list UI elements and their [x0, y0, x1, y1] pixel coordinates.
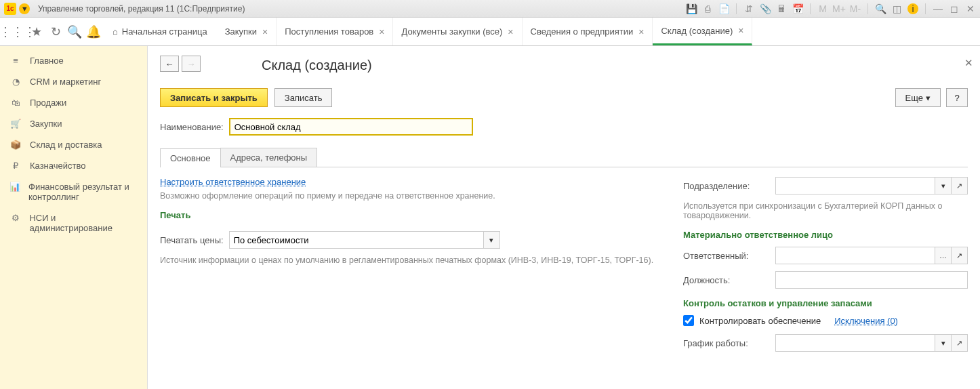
sidebar-item-purchases[interactable]: 🛒Закупки [0, 113, 147, 134]
storage-hint: Возможно оформление операций по приему и… [160, 191, 671, 201]
sidebar-label: НСИ и администрирование [29, 213, 138, 233]
sidebar: ≡Главное ◔CRM и маркетинг 🛍Продажи 🛒Заку… [0, 46, 148, 389]
save-button[interactable]: Записать [274, 88, 333, 107]
tab-receipts[interactable]: Поступления товаров × [277, 18, 393, 45]
history-icon[interactable]: ↻ [46, 22, 65, 41]
exceptions-link[interactable]: Исключения (0) [834, 316, 898, 326]
tab-label: Сведения о предприятии [531, 26, 634, 37]
chevron-down-icon: ▾ [926, 93, 931, 103]
memo-m-icon[interactable]: M [817, 3, 828, 14]
sidebar-item-warehouse[interactable]: 📦Склад и доставка [0, 134, 147, 155]
zoom-icon[interactable]: 🔍 [875, 3, 886, 14]
window-title: Управление торговлей, редакция 11 (1С:Пр… [38, 4, 245, 14]
close-page-icon[interactable]: ✕ [964, 57, 973, 69]
calendar-icon[interactable]: 📅 [792, 3, 803, 14]
close-icon[interactable]: × [508, 26, 513, 37]
save-icon[interactable]: 💾 [686, 3, 697, 14]
box-icon: 📦 [9, 140, 22, 150]
print-hint: Источник информации о ценах по умолчанию… [160, 255, 671, 265]
panel-icon[interactable]: ◫ [891, 3, 902, 14]
sidebar-item-treasury[interactable]: ₽Казначейство [0, 155, 147, 176]
attach-icon[interactable]: 📎 [760, 3, 771, 14]
dropdown-button[interactable]: ▾ [484, 231, 500, 249]
sidebar-label: Закупки [30, 119, 62, 129]
dropdown-button[interactable]: ▾ [935, 334, 952, 352]
position-label: Должность: [683, 275, 770, 285]
favorite-star-icon[interactable]: ★ [27, 22, 46, 41]
compare-icon[interactable]: ⇵ [743, 3, 754, 14]
mol-section-header: Материально ответственное лицо [683, 230, 968, 240]
tab-label: Поступления товаров [285, 26, 373, 37]
app-logo-icon: 1c [4, 3, 16, 15]
close-window-icon[interactable]: ✕ [965, 3, 976, 14]
app-menu-dropdown[interactable]: ▾ [19, 3, 30, 14]
sidebar-item-admin[interactable]: ⚙НСИ и администрирование [0, 207, 147, 239]
department-input[interactable] [775, 177, 935, 194]
sidebar-item-sales[interactable]: 🛍Продажи [0, 92, 147, 113]
open-button[interactable]: ↗ [952, 177, 968, 194]
close-icon[interactable]: × [262, 26, 268, 37]
sidebar-label: Финансовый результат и контроллинг [28, 182, 138, 202]
select-button[interactable]: … [935, 247, 952, 264]
home-label: Начальная страница [122, 26, 207, 37]
tab-purchase-docs[interactable]: Документы закупки (все) × [393, 18, 522, 45]
doc-icon[interactable]: 📄 [718, 3, 729, 14]
close-icon[interactable]: × [638, 26, 644, 37]
department-label: Подразделение: [683, 181, 770, 191]
dropdown-button[interactable]: ▾ [935, 177, 952, 194]
sidebar-label: Склад и доставка [30, 140, 102, 150]
pie-icon: ◔ [9, 77, 22, 87]
maximize-icon[interactable]: ◻ [949, 3, 960, 14]
position-input[interactable] [775, 271, 968, 289]
print-prices-select[interactable] [229, 231, 484, 249]
more-button[interactable]: Еще ▾ [895, 88, 941, 107]
department-hint: Используется при синхронизации с Бухгалт… [683, 201, 968, 220]
memo-mplus-icon[interactable]: M+ [834, 3, 844, 14]
responsible-label: Ответственный: [683, 251, 770, 261]
open-button[interactable]: ↗ [952, 334, 968, 352]
save-close-button[interactable]: Записать и закрыть [160, 88, 268, 107]
menu-icon: ≡ [9, 56, 22, 66]
schedule-input[interactable] [775, 334, 935, 352]
page-title: Склад (создание) [262, 58, 372, 73]
control-checkbox[interactable] [683, 315, 694, 326]
local-tab-main[interactable]: Основное [160, 148, 221, 167]
responsible-input[interactable] [775, 247, 935, 264]
local-tab-addresses[interactable]: Адреса, телефоны [220, 148, 318, 167]
help-button[interactable]: ? [946, 88, 968, 107]
name-input[interactable] [229, 118, 473, 136]
close-icon[interactable]: × [738, 25, 743, 36]
sidebar-label: Главное [30, 56, 64, 66]
tab-company-info[interactable]: Сведения о предприятии × [523, 18, 653, 45]
tab-purchases[interactable]: Закупки × [217, 18, 277, 45]
nav-forward-button[interactable]: → [182, 56, 201, 72]
home-icon: ⌂ [113, 26, 118, 37]
sidebar-item-crm[interactable]: ◔CRM и маркетинг [0, 71, 147, 92]
nav-back-button[interactable]: ← [160, 56, 179, 72]
info-icon[interactable]: i [907, 3, 918, 14]
calc-icon[interactable]: 🖩 [776, 3, 787, 14]
tab-warehouse-create[interactable]: Склад (создание) × [653, 18, 752, 45]
control-checkbox-label: Контролировать обеспечение [699, 316, 821, 326]
print-section-header: Печать [160, 210, 671, 220]
open-button[interactable]: ↗ [952, 247, 968, 264]
sidebar-item-finresult[interactable]: 📊Финансовый результат и контроллинг [0, 176, 147, 207]
bag-icon: 🛍 [9, 98, 22, 108]
print-icon[interactable]: ⎙ [702, 3, 713, 14]
sidebar-label: Казначейство [30, 161, 85, 171]
apps-grid-icon[interactable]: ⋮⋮⋮ [8, 22, 27, 41]
print-prices-label: Печатать цены: [160, 235, 224, 245]
tab-label: Закупки [225, 26, 257, 37]
memo-mminus-icon[interactable]: M- [850, 3, 861, 14]
tab-label: Склад (создание) [661, 26, 733, 36]
sidebar-item-main[interactable]: ≡Главное [0, 50, 147, 71]
search-icon[interactable]: 🔍 [65, 22, 84, 41]
ruble-icon: ₽ [9, 161, 22, 171]
tab-label: Документы закупки (все) [401, 26, 502, 37]
minimize-icon[interactable]: — [933, 3, 943, 14]
storage-settings-link[interactable]: Настроить ответственное хранение [160, 177, 306, 187]
bell-icon[interactable]: 🔔 [84, 22, 103, 41]
close-icon[interactable]: × [379, 26, 384, 37]
home-tab[interactable]: ⌂ Начальная страница [103, 18, 217, 45]
sidebar-label: CRM и маркетинг [30, 77, 101, 87]
